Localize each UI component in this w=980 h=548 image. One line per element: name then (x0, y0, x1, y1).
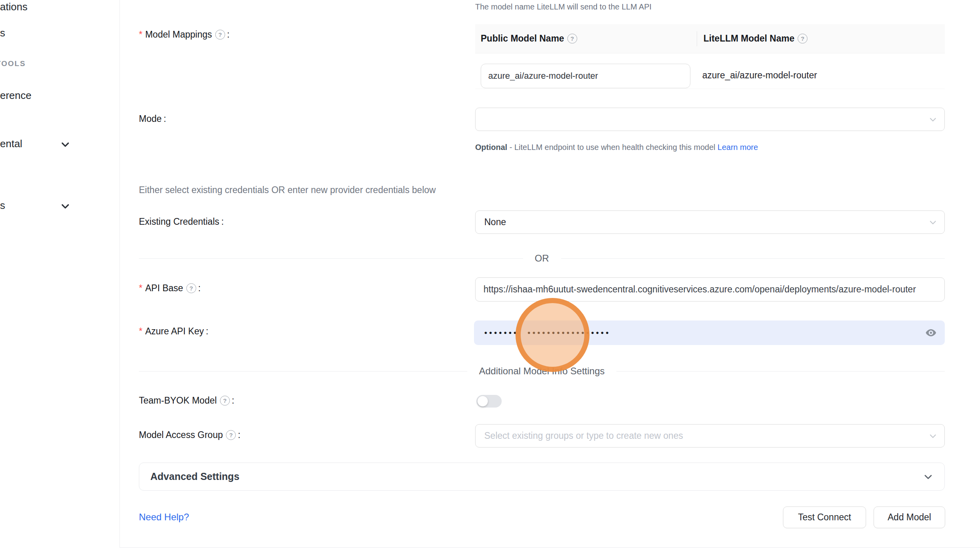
public-model-name-header: Public Model Name ? (475, 33, 697, 44)
masked-api-key: ••••••• ••••••••••••••••• (484, 328, 610, 338)
need-help-link[interactable]: Need Help? (139, 512, 189, 523)
sidebar-item-inference[interactable]: erence (0, 89, 32, 102)
azure-api-key-input[interactable]: ••••••• ••••••••••••••••• (474, 320, 945, 345)
model-access-group-select[interactable]: Select existing groups or type to create… (475, 424, 945, 448)
or-divider: OR (139, 250, 945, 266)
chevron-down-icon (60, 201, 70, 211)
chevron-down-icon (929, 432, 937, 440)
azure-api-key-label: * Azure API Key : (139, 326, 209, 337)
existing-credentials-label: Existing Credentials : (139, 216, 224, 227)
required-marker: * (139, 326, 142, 337)
litellm-model-name-helper: The model name LiteLLM will send to the … (475, 2, 652, 11)
learn-more-link[interactable]: Learn more (718, 143, 758, 152)
chevron-down-icon (929, 115, 937, 124)
chevron-down-icon (60, 139, 70, 150)
model-access-group-label: Model Access Group ? : (139, 430, 241, 440)
sidebar-section-tools: TOOLS (0, 59, 26, 68)
sidebar-item-settings[interactable]: s (0, 199, 5, 212)
mode-select[interactable] (475, 108, 945, 131)
help-icon[interactable]: ? (798, 34, 808, 44)
help-icon[interactable]: ? (186, 283, 196, 293)
sidebar-item-organizations[interactable]: ations (0, 1, 27, 13)
credentials-note: Either select existing credentials OR en… (139, 185, 436, 195)
help-icon[interactable]: ? (567, 34, 577, 44)
column-divider (697, 31, 697, 46)
team-byok-label: Team-BYOK Model ? : (139, 395, 234, 406)
mode-help-text: Optional - LiteLLM endpoint to use when … (475, 139, 800, 155)
public-model-name-input[interactable] (481, 64, 690, 88)
litellm-model-name-header: LiteLLM Model Name ? (697, 33, 945, 44)
test-connect-button[interactable]: Test Connect (783, 506, 866, 528)
sidebar-item-models[interactable]: s (0, 27, 5, 39)
toggle-knob (478, 396, 488, 406)
help-icon[interactable]: ? (220, 396, 230, 406)
help-icon[interactable]: ? (226, 430, 236, 440)
sidebar: ations s TOOLS erence ental s (0, 0, 119, 548)
litellm-model-name-value: azure_ai/azure-model-router (702, 70, 817, 81)
model-mappings-table: Public Model Name ? LiteLLM Model Name ?… (475, 24, 945, 89)
help-icon[interactable]: ? (215, 30, 225, 40)
table-header-row: Public Model Name ? LiteLLM Model Name ? (475, 24, 945, 53)
required-marker: * (139, 29, 142, 40)
mode-label: Mode : (139, 114, 166, 124)
table-row: azure_ai/azure-model-router (475, 53, 945, 89)
add-model-page: ations s TOOLS erence ental s The model … (0, 0, 980, 548)
existing-credentials-select[interactable]: None (475, 210, 945, 234)
model-mappings-label: * Model Mappings ? : (139, 29, 229, 40)
chevron-down-icon (923, 472, 933, 482)
chevron-down-icon (929, 218, 937, 227)
required-marker: * (139, 283, 142, 294)
api-base-input[interactable] (475, 277, 945, 301)
eye-icon[interactable] (925, 327, 937, 339)
team-byok-toggle[interactable] (476, 395, 502, 408)
add-model-form-card: The model name LiteLLM will send to the … (119, 0, 980, 548)
select-placeholder: Select existing groups or type to create… (484, 430, 683, 441)
sidebar-item-experimental[interactable]: ental (0, 138, 22, 150)
additional-settings-divider: Additional Model Info Settings (139, 363, 945, 379)
add-model-button[interactable]: Add Model (874, 506, 945, 528)
advanced-settings-panel[interactable]: Advanced Settings (139, 463, 945, 491)
api-base-label: * API Base ? : (139, 283, 201, 294)
